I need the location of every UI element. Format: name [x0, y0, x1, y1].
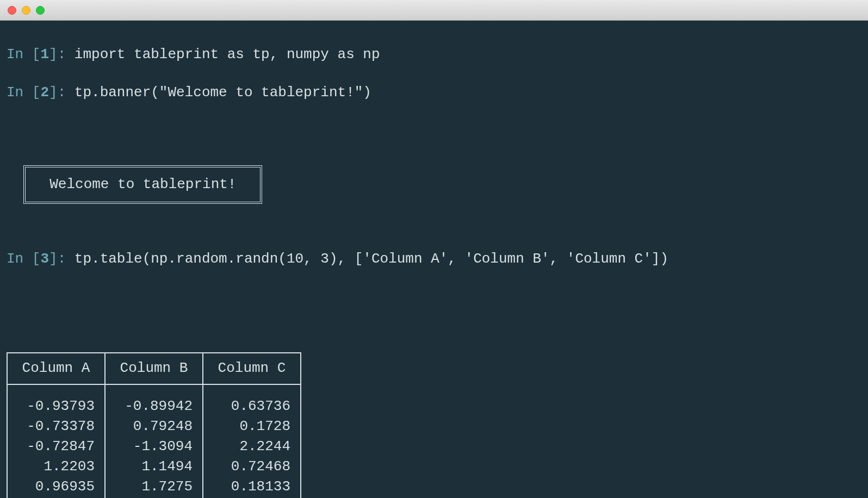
table-row: -0.72847-1.30942.2244 [7, 437, 301, 457]
table-cell: 0.72468 [203, 457, 301, 477]
table-header-row: Column A Column B Column C [7, 353, 301, 384]
prompt-close: ]: [49, 45, 75, 64]
table-cell: 0.63736 [203, 384, 301, 416]
table-cell: -0.73378 [7, 416, 105, 437]
table-cell: 2.2244 [203, 437, 301, 457]
table-cell: 1.1494 [105, 457, 203, 477]
code-text: tp.table(np.random.randn(10, 3), ['Colum… [75, 250, 668, 269]
table-output: Column A Column B Column C -0.93793-0.89… [7, 312, 861, 498]
table-row: 1.22031.14940.72468 [7, 457, 301, 477]
prompt-number: 1 [40, 45, 49, 64]
prompt-close: ]: [49, 83, 75, 102]
prompt-line-1: In [1]: import tableprint as tp, numpy a… [7, 45, 861, 64]
table-row: -0.733780.792480.1728 [7, 416, 301, 437]
close-icon[interactable] [8, 6, 16, 15]
data-table: Column A Column B Column C -0.93793-0.89… [7, 352, 301, 498]
table-cell: -0.93793 [7, 384, 105, 416]
table-header-cell: Column C [203, 353, 301, 384]
table-cell: 0.96935 [7, 477, 105, 497]
prompt-label: In [ [7, 45, 40, 64]
table-cell: -0.89942 [105, 384, 203, 416]
table-cell: 0.18133 [203, 477, 301, 497]
table-cell: 0.79248 [105, 416, 203, 437]
table-header-cell: Column A [7, 353, 105, 384]
maximize-icon[interactable] [36, 6, 45, 15]
table-body: -0.93793-0.899420.63736 -0.733780.792480… [7, 384, 301, 499]
table-header-cell: Column B [105, 353, 203, 384]
prompt-number: 3 [40, 250, 49, 269]
window-titlebar [0, 0, 868, 21]
table-cell: 1.7275 [105, 477, 203, 497]
minimize-icon[interactable] [22, 6, 30, 15]
prompt-number: 2 [40, 83, 49, 102]
prompt-label: In [ [7, 250, 40, 269]
prompt-line-3: In [3]: tp.table(np.random.randn(10, 3),… [7, 250, 861, 269]
table-cell: 0.1728 [203, 416, 301, 437]
banner-box: Welcome to tableprint! [23, 165, 262, 204]
table-cell: 1.2203 [7, 457, 105, 477]
code-text: import tableprint as tp, numpy as np [75, 45, 380, 64]
table-cell: -1.3094 [105, 437, 203, 457]
code-text: tp.banner("Welcome to tableprint!") [75, 83, 371, 102]
table-cell: -0.72847 [7, 437, 105, 457]
banner-output: Welcome to tableprint! [7, 141, 861, 211]
table-row: -0.93793-0.899420.63736 [7, 384, 301, 416]
banner-text: Welcome to tableprint! [49, 176, 236, 192]
prompt-close: ]: [49, 250, 75, 269]
prompt-line-2: In [2]: tp.banner("Welcome to tableprint… [7, 83, 861, 102]
prompt-label: In [ [7, 83, 40, 102]
table-row: 0.969351.72750.18133 [7, 477, 301, 497]
terminal-content[interactable]: In [1]: import tableprint as tp, numpy a… [0, 21, 868, 498]
